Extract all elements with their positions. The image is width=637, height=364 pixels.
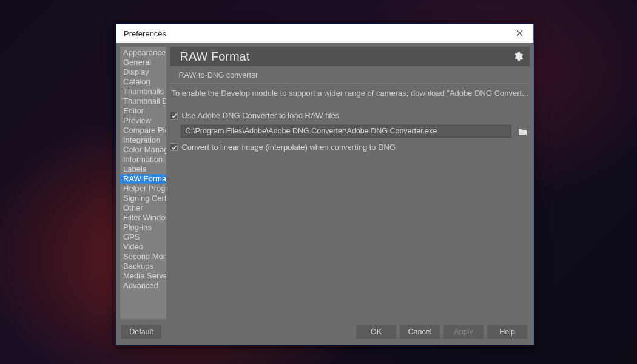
sidebar-item[interactable]: General — [120, 58, 166, 67]
window-title: Preferences — [124, 29, 166, 38]
checkbox-use-dng-converter[interactable]: Use Adobe DNG Converter to load RAW file… — [170, 110, 530, 121]
sidebar-item[interactable]: Backups — [120, 261, 166, 271]
sidebar-item[interactable]: Integration — [120, 135, 166, 145]
cancel-button[interactable]: Cancel — [400, 325, 440, 339]
sidebar-item[interactable]: Appearance — [120, 48, 166, 58]
sidebar-item[interactable]: Helper Programs — [120, 184, 166, 194]
checkbox-icon — [170, 112, 178, 120]
folder-icon — [518, 128, 527, 135]
titlebar: Preferences — [116, 24, 533, 43]
sidebar-item[interactable]: Filter Windows — [120, 213, 166, 223]
page-title: RAW Format — [180, 50, 249, 64]
sidebar-item[interactable]: Color Management — [120, 145, 166, 155]
category-sidebar[interactable]: AppearanceGeneralDisplayCatalogThumbnail… — [120, 47, 166, 319]
sidebar-item[interactable]: Catalog — [120, 77, 166, 87]
dialog-footer: Default OK Cancel Apply Help — [116, 323, 533, 345]
settings-gear-button[interactable] — [513, 51, 524, 62]
sidebar-item[interactable]: Plug-ins — [120, 223, 166, 232]
sidebar-item[interactable]: Preview — [120, 116, 166, 126]
browse-button[interactable] — [515, 125, 530, 138]
sidebar-item[interactable]: Compare Pictures — [120, 126, 166, 135]
sidebar-item[interactable]: Editor — [120, 106, 166, 116]
section-description: To enable the Develop module to support … — [170, 89, 530, 101]
checkbox-label: Convert to linear image (interpolate) wh… — [181, 143, 396, 152]
sidebar-item[interactable]: Display — [120, 67, 166, 77]
preferences-dialog: Preferences AppearanceGeneralDisplayCata… — [116, 24, 534, 345]
apply-button: Apply — [443, 325, 484, 339]
sidebar-item[interactable]: Information — [120, 155, 166, 164]
gear-icon — [513, 51, 524, 62]
sidebar-item[interactable]: Second Monitor — [120, 252, 166, 261]
checkbox-label: Use Adobe DNG Converter to load RAW file… — [181, 111, 339, 120]
checkbox-convert-linear[interactable]: Convert to linear image (interpolate) wh… — [170, 141, 530, 153]
sidebar-item[interactable]: Labels — [120, 164, 166, 174]
sidebar-item[interactable]: GPS — [120, 232, 166, 242]
sidebar-item[interactable]: Video — [120, 242, 166, 252]
close-icon — [516, 29, 523, 38]
ok-button[interactable]: OK — [356, 325, 396, 339]
sidebar-item[interactable]: Advanced — [120, 281, 166, 291]
sidebar-item[interactable]: RAW Format — [120, 174, 166, 184]
sidebar-item[interactable]: Other — [120, 203, 166, 213]
sidebar-item[interactable]: Media Server — [120, 271, 166, 281]
help-button[interactable]: Help — [487, 325, 527, 339]
sidebar-item[interactable]: Thumbnail Descriptions — [120, 96, 166, 106]
close-button[interactable] — [508, 24, 531, 43]
sidebar-item[interactable]: Thumbnails — [120, 87, 166, 96]
converter-path-input[interactable]: C:\Program Files\Adobe\Adobe DNG Convert… — [181, 125, 511, 138]
checkbox-icon — [170, 143, 178, 151]
content-header: RAW Format — [170, 47, 530, 66]
content-pane: RAW Format RAW-to-DNG converter To enabl… — [170, 47, 530, 319]
sidebar-item[interactable]: Signing Certificates — [120, 194, 166, 203]
section-underline — [170, 83, 530, 84]
default-button[interactable]: Default — [121, 325, 161, 339]
section-label: RAW-to-DNG converter — [170, 69, 530, 81]
